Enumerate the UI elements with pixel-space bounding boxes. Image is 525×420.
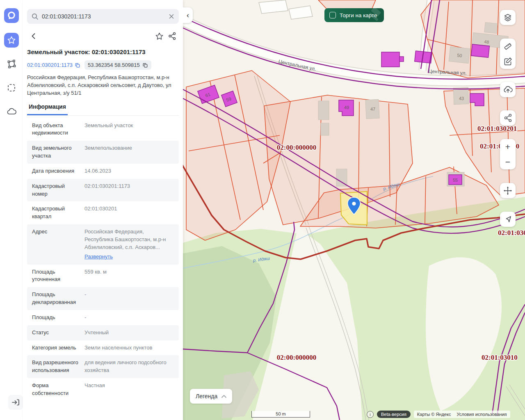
identifier-row: 02:01:030201:1173 53.362354 58.509815: [27, 60, 179, 70]
cloud-icon: [6, 106, 17, 117]
beta-badge: Beta-версия: [377, 411, 411, 418]
cadastral-number-link[interactable]: 02:01:030201:1173: [27, 62, 80, 68]
scale-label: 50 m: [276, 411, 285, 416]
page-title: Земельный участок: 02:01:030201:1173: [27, 48, 179, 55]
sidebar-item-favorites[interactable]: [4, 33, 19, 48]
panel-header: [27, 30, 179, 43]
coordinates-chip[interactable]: 53.362354 58.509815: [84, 60, 151, 70]
info-icon[interactable]: i: [367, 411, 374, 418]
map-control-group: [500, 82, 516, 97]
legend-button[interactable]: Легенда: [190, 389, 232, 404]
clear-search-icon[interactable]: [168, 13, 175, 20]
row-value: Земли населенных пунктов: [84, 344, 174, 352]
row-label: Категория земель: [32, 344, 84, 352]
table-row: Площадь уточненная 559 кв. м: [27, 265, 179, 288]
table-row: Категория земель Земли населенных пункто…: [27, 340, 179, 356]
row-label: Дата присвоения: [32, 167, 84, 175]
collapse-panel-button[interactable]: ‹: [183, 7, 193, 23]
map-area[interactable]: Центральная ул. Центральная ул. р. Идяш …: [183, 0, 525, 420]
table-row-address: Адрес Российская Федерация, Республика Б…: [27, 224, 179, 264]
object-address: Российская Федерация, Республика Башкорт…: [27, 74, 179, 97]
measure-button[interactable]: [500, 39, 516, 54]
row-label: Статус: [32, 329, 84, 337]
copyright-strip: Карты © Яндекс Условия использования: [414, 411, 510, 418]
upload-button[interactable]: [500, 82, 516, 97]
address-truncated: Российская Федерация, Республика Башкорт…: [84, 228, 166, 250]
zoom-out-button[interactable]: −: [500, 154, 516, 169]
map-attribution: i Beta-версия Карты © Яндекс Условия исп…: [367, 411, 510, 418]
table-row: Кадастровый номер 02:01:030201:1173: [27, 179, 179, 202]
tab-bar: Информация: [27, 103, 179, 116]
quarter-label: 02:00:000000: [277, 354, 316, 361]
row-label: Площадь: [32, 314, 84, 322]
row-label: Вид земельного участка: [32, 144, 84, 160]
building[interactable]: [321, 123, 329, 135]
app-logo[interactable]: [4, 8, 19, 23]
row-value: 02:01:030201:1173: [84, 183, 174, 198]
row-label: Форма собственности: [32, 382, 84, 397]
table-row: Площадь -: [27, 310, 179, 325]
sidebar-item-area-select[interactable]: [4, 80, 19, 95]
row-value: Земельный участок: [84, 122, 174, 137]
building[interactable]: [336, 169, 347, 186]
row-value: Российская Федерация, Республика Башкорт…: [84, 228, 174, 260]
search-input[interactable]: [42, 13, 168, 20]
table-row: Площадь декларированная -: [27, 287, 179, 310]
star-outline-icon: [155, 32, 164, 41]
pan-mode-button[interactable]: [500, 183, 516, 198]
share-button[interactable]: [166, 30, 179, 43]
map-control-group: [500, 183, 516, 198]
sidebar-item-polygon-tool[interactable]: [4, 57, 19, 71]
row-value: -: [84, 291, 174, 306]
row-value: -: [84, 314, 174, 322]
row-value: Учтенный: [84, 329, 174, 337]
tab-information[interactable]: Информация: [27, 103, 68, 115]
coordinates-text: 53.362354 58.509815: [88, 62, 140, 68]
building-number: 43: [459, 96, 464, 101]
row-label: Кадастровый квартал: [32, 205, 84, 221]
building[interactable]: [484, 22, 498, 33]
expand-address-link[interactable]: Развернуть: [84, 253, 174, 261]
row-value: 02:01:030201: [84, 205, 174, 221]
object-details-panel: Земельный участок: 02:01:030201:1173 02:…: [23, 0, 183, 420]
row-label: Вид объекта недвижимости: [32, 122, 84, 137]
trades-checkbox[interactable]: [329, 12, 336, 18]
cloud-upload-icon: [502, 84, 514, 95]
sidebar-item-exit[interactable]: [8, 395, 23, 410]
row-label: Площадь декларированная: [32, 291, 84, 306]
icon-rail: [0, 0, 23, 420]
favorite-button[interactable]: [153, 30, 166, 43]
table-row: Вид разрешенного использования для веден…: [27, 355, 179, 378]
row-value: Землепользование: [84, 144, 174, 160]
map-canvas[interactable]: Центральная ул. Центральная ул. р. Идяш …: [183, 0, 525, 420]
copy-icon[interactable]: [142, 62, 148, 68]
sidebar-item-cloud[interactable]: [4, 104, 19, 119]
zoom-control-group: + −: [500, 139, 516, 169]
ruler-icon: [502, 41, 513, 52]
locate-me-button[interactable]: [500, 212, 516, 227]
quarter-label: 02:01:030: [498, 229, 525, 237]
layers-button[interactable]: [500, 10, 516, 25]
maps-copyright: Карты © Яндекс: [417, 412, 451, 417]
row-value: для ведения личного подсобного хозяйства: [84, 359, 174, 374]
map-control-group: [500, 212, 516, 227]
search-bar: [27, 9, 179, 24]
legend-label: Легенда: [196, 393, 217, 399]
building[interactable]: [318, 101, 329, 120]
chevron-up-icon: [221, 395, 226, 398]
back-button[interactable]: [27, 30, 40, 43]
trades-on-map-toggle[interactable]: Торги на карте: [324, 8, 384, 22]
zoom-in-button[interactable]: +: [500, 139, 516, 154]
building-number: 55: [453, 178, 458, 183]
info-table: Вид объекта недвижимости Земельный участ…: [27, 118, 179, 401]
map-control-group: [500, 10, 516, 25]
search-icon: [31, 13, 39, 20]
building-magenta[interactable]: [471, 44, 490, 57]
draw-edit-button[interactable]: [500, 54, 516, 69]
map-scale-bar: 50 m: [251, 411, 310, 418]
map-share-button[interactable]: [500, 110, 516, 126]
map-control-group: [500, 39, 516, 69]
building-number: 48: [484, 39, 489, 44]
terms-link[interactable]: Условия использования: [457, 412, 507, 417]
copy-icon[interactable]: [75, 62, 80, 68]
